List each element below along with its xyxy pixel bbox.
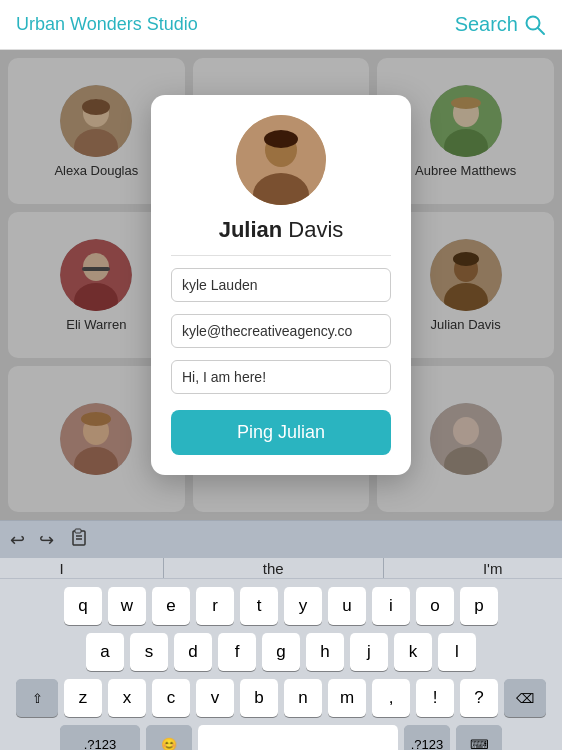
message-input[interactable]: [171, 360, 391, 394]
keyboard-key[interactable]: ⌨: [456, 725, 502, 750]
undo-button[interactable]: ↩: [10, 529, 25, 551]
autocomplete-word-3[interactable]: I'm: [463, 560, 523, 577]
modal-overlay[interactable]: Julian Davis Ping Julian: [0, 50, 562, 520]
search-icon: [524, 14, 546, 36]
key-period-2[interactable]: ?: [460, 679, 498, 717]
key-k[interactable]: k: [394, 633, 432, 671]
contact-modal: Julian Davis Ping Julian: [151, 95, 411, 475]
svg-rect-40: [75, 529, 81, 533]
space-key[interactable]: [198, 725, 398, 750]
modal-first-name: Julian: [219, 217, 283, 242]
autocomplete-divider-1: [163, 558, 164, 578]
key-w[interactable]: w: [108, 587, 146, 625]
search-label: Search: [455, 13, 518, 36]
autocomplete-word-1[interactable]: I: [40, 560, 84, 577]
key-y[interactable]: y: [284, 587, 322, 625]
svg-point-38: [264, 130, 298, 148]
key-t[interactable]: t: [240, 587, 278, 625]
key-v[interactable]: v: [196, 679, 234, 717]
key-z[interactable]: z: [64, 679, 102, 717]
name-input[interactable]: [171, 268, 391, 302]
ping-button[interactable]: Ping Julian: [171, 410, 391, 455]
modal-avatar: [236, 115, 326, 205]
key-s[interactable]: s: [130, 633, 168, 671]
key-q[interactable]: q: [64, 587, 102, 625]
key-l[interactable]: l: [438, 633, 476, 671]
key-m[interactable]: m: [328, 679, 366, 717]
keys-area: q w e r t y u i o p a s d f g h j k l ⇧ …: [0, 579, 562, 750]
key-i[interactable]: i: [372, 587, 410, 625]
clipboard-button[interactable]: [68, 527, 88, 552]
key-o[interactable]: o: [416, 587, 454, 625]
svg-line-1: [538, 28, 544, 34]
numbers-key-2[interactable]: .?123: [404, 725, 450, 750]
modal-divider: [171, 255, 391, 256]
autocomplete-divider-2: [383, 558, 384, 578]
key-n[interactable]: n: [284, 679, 322, 717]
key-row-1: q w e r t y u i o p: [4, 587, 558, 625]
app-title: Urban Wonders Studio: [16, 14, 198, 35]
key-e[interactable]: e: [152, 587, 190, 625]
key-x[interactable]: x: [108, 679, 146, 717]
key-j[interactable]: j: [350, 633, 388, 671]
keyboard: ↩ ↪ I the I'm q w e r t y u i: [0, 520, 562, 750]
key-h[interactable]: h: [306, 633, 344, 671]
autocomplete-word-2[interactable]: the: [243, 560, 304, 577]
delete-key[interactable]: ⌫: [504, 679, 546, 717]
key-comma[interactable]: ,: [372, 679, 410, 717]
redo-button[interactable]: ↪: [39, 529, 54, 551]
key-f[interactable]: f: [218, 633, 256, 671]
search-button[interactable]: Search: [455, 13, 546, 36]
key-u[interactable]: u: [328, 587, 366, 625]
key-row-2: a s d f g h j k l: [4, 633, 558, 671]
numbers-key[interactable]: .?123: [60, 725, 140, 750]
key-r[interactable]: r: [196, 587, 234, 625]
header: Urban Wonders Studio Search: [0, 0, 562, 50]
key-c[interactable]: c: [152, 679, 190, 717]
key-a[interactable]: a: [86, 633, 124, 671]
modal-last-name: Davis: [288, 217, 343, 242]
key-row-3: ⇧ z x c v b n m , ! ? ⌫: [4, 679, 558, 717]
key-row-4: .?123 😊 .?123 ⌨: [4, 725, 558, 750]
key-p[interactable]: p: [460, 587, 498, 625]
modal-person-name: Julian Davis: [219, 217, 344, 243]
key-period[interactable]: !: [416, 679, 454, 717]
key-g[interactable]: g: [262, 633, 300, 671]
key-d[interactable]: d: [174, 633, 212, 671]
email-input[interactable]: [171, 314, 391, 348]
autocomplete-bar: I the I'm: [0, 558, 562, 579]
emoji-key[interactable]: 😊: [146, 725, 192, 750]
key-b[interactable]: b: [240, 679, 278, 717]
keyboard-toolbar: ↩ ↪: [0, 520, 562, 558]
shift-key[interactable]: ⇧: [16, 679, 58, 717]
